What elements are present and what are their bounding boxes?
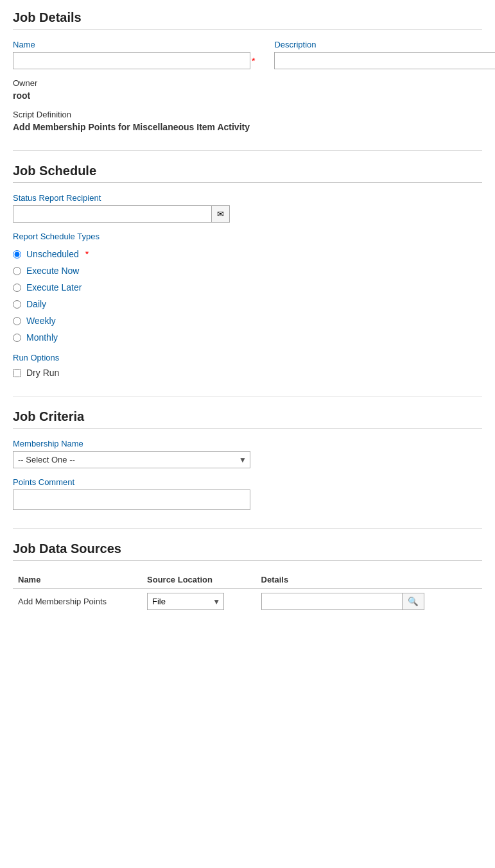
source-location-select[interactable]: File	[147, 593, 224, 610]
email-icon: ✉	[217, 209, 224, 219]
owner-value: root	[13, 90, 482, 101]
radio-daily-label: Daily	[26, 299, 46, 309]
membership-name-select[interactable]: -- Select One --	[13, 451, 250, 468]
radio-execute-now-input[interactable]	[13, 267, 21, 275]
job-criteria-title: Job Criteria	[13, 409, 482, 429]
report-schedule-types-label: Report Schedule Types	[13, 232, 482, 241]
row-name-cell: Add Membership Points	[13, 589, 142, 615]
run-options-label: Run Options	[13, 353, 482, 362]
radio-monthly[interactable]: Monthly	[13, 332, 482, 343]
description-label: Description	[274, 40, 495, 49]
radio-monthly-label: Monthly	[26, 332, 58, 343]
name-label: Name	[13, 40, 255, 49]
divider-2	[13, 396, 482, 396]
radio-group: Unscheduled * Execute Now Execute Later …	[13, 249, 482, 343]
radio-daily-input[interactable]	[13, 300, 21, 309]
name-required-star: *	[252, 56, 255, 66]
script-definition-value: Add Membership Points for Miscellaneous …	[13, 122, 482, 132]
email-icon-button[interactable]: ✉	[211, 205, 230, 223]
table-row: Add Membership Points File ▼ content/Fil…	[13, 589, 482, 615]
script-definition-label: Script Definition	[13, 110, 482, 119]
owner-label: Owner	[13, 78, 482, 88]
points-comment-label: Points Comment	[13, 477, 482, 487]
details-input[interactable]: content/File/miscellaneous_item_points	[261, 593, 403, 610]
divider-3	[13, 528, 482, 529]
radio-weekly-label: Weekly	[26, 316, 56, 326]
name-description-row: Name Add Membership Points for Miscellan…	[13, 40, 482, 69]
divider-1	[13, 150, 482, 151]
radio-unscheduled[interactable]: Unscheduled *	[13, 249, 482, 259]
membership-name-field-group: Membership Name -- Select One -- ▼	[13, 439, 482, 468]
data-sources-table: Name Source Location Details Add Members…	[13, 571, 482, 614]
report-schedule-types-group: Report Schedule Types Unscheduled * Exec…	[13, 232, 482, 343]
radio-weekly[interactable]: Weekly	[13, 316, 482, 326]
radio-execute-now[interactable]: Execute Now	[13, 266, 482, 276]
description-input[interactable]	[274, 52, 495, 69]
points-comment-input[interactable]	[13, 489, 250, 510]
job-schedule-title: Job Schedule	[13, 164, 482, 183]
script-definition-section: Script Definition Add Membership Points …	[13, 110, 482, 132]
status-report-field-group: Status Report Recipient ✉	[13, 193, 482, 223]
radio-execute-later-input[interactable]	[13, 284, 21, 292]
dry-run-checkbox[interactable]	[13, 369, 21, 377]
name-field-group: Name Add Membership Points for Miscellan…	[13, 40, 255, 69]
job-criteria-section: Job Criteria Membership Name -- Select O…	[13, 409, 482, 510]
radio-unscheduled-label: Unscheduled	[26, 249, 79, 259]
run-options-section: Run Options Dry Run	[13, 353, 482, 378]
description-field-group: Description	[274, 40, 495, 69]
unscheduled-required-star: *	[85, 249, 89, 259]
row-details-cell: content/File/miscellaneous_item_points 🔍	[256, 589, 482, 615]
radio-execute-now-label: Execute Now	[26, 266, 79, 276]
owner-section: Owner root	[13, 78, 482, 101]
details-row: content/File/miscellaneous_item_points 🔍	[261, 593, 477, 610]
dry-run-label: Dry Run	[26, 368, 59, 378]
table-header-row: Name Source Location Details	[13, 571, 482, 589]
col-details-header: Details	[256, 571, 482, 589]
row-source-cell: File ▼	[142, 589, 256, 615]
search-icon: 🔍	[408, 597, 419, 606]
radio-execute-later[interactable]: Execute Later	[13, 282, 482, 293]
search-button[interactable]: 🔍	[402, 593, 424, 610]
membership-name-label: Membership Name	[13, 439, 482, 448]
job-schedule-section: Job Schedule Status Report Recipient ✉ R…	[13, 164, 482, 378]
email-row: ✉	[13, 205, 482, 223]
job-details-title: Job Details	[13, 10, 482, 30]
points-comment-field-group: Points Comment	[13, 477, 482, 510]
membership-name-select-wrapper: -- Select One -- ▼	[13, 451, 250, 468]
col-source-header: Source Location	[142, 571, 256, 589]
job-details-section: Job Details Name Add Membership Points f…	[13, 10, 482, 132]
source-location-wrapper: File ▼	[147, 593, 224, 610]
job-data-sources-section: Job Data Sources Name Source Location De…	[13, 541, 482, 614]
job-data-sources-title: Job Data Sources	[13, 541, 482, 561]
radio-monthly-input[interactable]	[13, 334, 21, 342]
radio-weekly-input[interactable]	[13, 317, 21, 325]
radio-execute-later-label: Execute Later	[26, 282, 82, 293]
dry-run-checkbox-label[interactable]: Dry Run	[13, 368, 482, 378]
col-name-header: Name	[13, 571, 142, 589]
name-input[interactable]: Add Membership Points for Miscellaneous …	[13, 52, 250, 69]
status-report-label: Status Report Recipient	[13, 193, 482, 203]
radio-unscheduled-input[interactable]	[13, 250, 21, 259]
radio-daily[interactable]: Daily	[13, 299, 482, 309]
status-report-input[interactable]	[13, 205, 212, 223]
